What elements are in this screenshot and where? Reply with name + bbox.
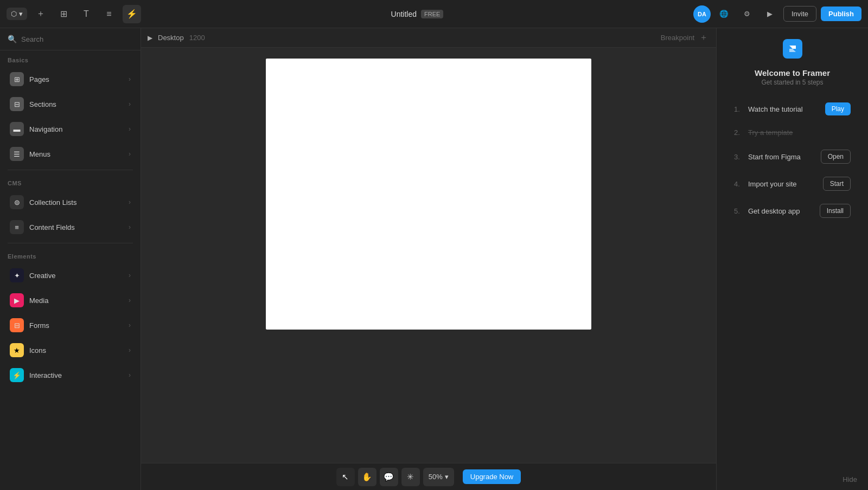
search-input[interactable] xyxy=(21,35,133,43)
step-3-label: Start from Figma xyxy=(748,153,815,161)
menus-label: Menus xyxy=(29,150,50,158)
main-content: 🔍 Basics ⊞ Pages › ⊟ Sections › ▬ Naviga… xyxy=(0,28,868,490)
step-1-number: 1. xyxy=(734,105,743,113)
sidebar-item-navigation[interactable]: ▬ Navigation › xyxy=(2,117,138,141)
topbar-left: ⬡ ▾ ＋ ⊞ T ≡ ⚡ xyxy=(7,5,141,23)
add-breakpoint-button[interactable]: ＋ xyxy=(698,32,710,44)
step-3: 3. Start from Figma Open xyxy=(727,144,857,169)
sidebar-item-sections[interactable]: ⊟ Sections › xyxy=(2,92,138,116)
step-2: 2. Try a template xyxy=(727,123,857,142)
hide-button[interactable]: Hide xyxy=(843,475,857,483)
comment-tool-button[interactable]: 💬 xyxy=(380,468,398,486)
invite-button[interactable]: Invite xyxy=(783,6,816,22)
collection-label: Collection Lists xyxy=(29,198,76,207)
icons-label: Icons xyxy=(29,346,46,354)
step-1-label: Watch the tutorial xyxy=(748,105,820,113)
creative-chevron: › xyxy=(129,272,131,279)
right-panel: Welcome to Framer Get started in 5 steps… xyxy=(716,28,868,490)
canvas-play-icon: ▶ xyxy=(148,34,152,42)
canvas-label: Desktop xyxy=(158,34,184,42)
lightning-button[interactable]: ⚡ xyxy=(123,5,141,23)
media-chevron: › xyxy=(129,296,131,304)
step-3-button[interactable]: Open xyxy=(821,150,851,164)
canvas-frame xyxy=(266,59,591,330)
step-2-number: 2. xyxy=(734,128,743,137)
sidebar-item-menus[interactable]: ☰ Menus › xyxy=(2,142,138,166)
media-icon: ▶ xyxy=(10,293,24,307)
stack-button[interactable]: ≡ xyxy=(100,5,118,23)
avatar[interactable]: DA xyxy=(693,5,711,23)
preview-button[interactable]: ▶ xyxy=(761,5,779,23)
canvas-scroll[interactable] xyxy=(141,48,716,463)
sidebar-item-icons[interactable]: ★ Icons › xyxy=(2,338,138,362)
sidebar-item-media[interactable]: ▶ Media › xyxy=(2,288,138,312)
section-label-cms: CMS xyxy=(0,173,141,190)
topbar-right: DA 🌐 ⚙ ▶ Invite Publish xyxy=(693,5,861,23)
step-5-number: 5. xyxy=(734,207,743,215)
globe-button[interactable]: 🌐 xyxy=(715,5,733,23)
section-label-basics: Basics xyxy=(0,50,141,67)
navigation-icon: ▬ xyxy=(10,122,24,136)
section-label-elements: Elements xyxy=(0,247,141,263)
media-label: Media xyxy=(29,296,48,305)
step-5: 5. Get desktop app Install xyxy=(727,198,857,223)
zoom-value: 50% xyxy=(429,473,443,481)
add-element-button[interactable]: ＋ xyxy=(31,5,50,23)
bottom-toolbar: ↖ ✋ 💬 ✳ 50% ▾ Upgrade Now xyxy=(141,463,716,490)
step-1-button[interactable]: Play xyxy=(825,102,851,115)
select-tool-button[interactable]: ↖ xyxy=(336,468,355,486)
step-5-label: Get desktop app xyxy=(748,207,814,215)
topbar-center: Untitled FREE xyxy=(391,10,444,18)
breakpoint-label: Breakpoint xyxy=(661,34,694,42)
pages-icon: ⊞ xyxy=(10,72,24,86)
layout-button[interactable]: ⊞ xyxy=(54,5,73,23)
canvas-area: ▶ Desktop 1200 Breakpoint ＋ ↖ ✋ 💬 ✳ 50% … xyxy=(141,28,716,490)
forms-chevron: › xyxy=(129,321,131,329)
creative-icon: ✦ xyxy=(10,268,24,282)
pages-label: Pages xyxy=(29,75,49,83)
content-chevron: › xyxy=(129,223,131,231)
zoom-chevron: ▾ xyxy=(445,473,449,481)
creative-label: Creative xyxy=(29,272,55,280)
light-tool-button[interactable]: ✳ xyxy=(401,468,420,486)
plan-badge: FREE xyxy=(421,10,443,18)
panel-title: Welcome to Framer Get started in 5 steps xyxy=(717,64,868,88)
menus-icon: ☰ xyxy=(10,147,24,161)
panel-header xyxy=(717,28,868,64)
icons-icon: ★ xyxy=(10,343,24,357)
zoom-button[interactable]: 50% ▾ xyxy=(423,468,454,486)
upgrade-button[interactable]: Upgrade Now xyxy=(463,469,521,484)
hand-tool-button[interactable]: ✋ xyxy=(358,468,376,486)
collection-icon: ⊚ xyxy=(10,195,24,209)
pages-chevron: › xyxy=(129,75,131,83)
framer-logo-icon xyxy=(783,39,802,59)
framer-logo-small: ⬡ xyxy=(11,10,17,18)
navigation-label: Navigation xyxy=(29,125,62,133)
sidebar-item-interactive[interactable]: ⚡ Interactive › xyxy=(2,363,138,387)
canvas-size: 1200 xyxy=(189,34,205,42)
sidebar-item-pages[interactable]: ⊞ Pages › xyxy=(2,67,138,91)
settings-button[interactable]: ⚙ xyxy=(738,5,756,23)
text-button[interactable]: T xyxy=(77,5,95,23)
divider-1 xyxy=(8,170,133,170)
sidebar-item-forms[interactable]: ⊟ Forms › xyxy=(2,313,138,337)
sidebar-item-content-fields[interactable]: ≡ Content Fields › xyxy=(2,215,138,239)
panel-steps: 1. Watch the tutorial Play 2. Try a temp… xyxy=(717,88,868,232)
navigation-chevron: › xyxy=(129,125,131,133)
step-4-button[interactable]: Start xyxy=(823,177,851,191)
dropdown-arrow: ▾ xyxy=(19,10,23,18)
breakpoint-area: Breakpoint ＋ xyxy=(661,32,710,44)
step-5-button[interactable]: Install xyxy=(820,204,851,218)
content-label: Content Fields xyxy=(29,223,75,231)
menus-chevron: › xyxy=(129,150,131,158)
interactive-chevron: › xyxy=(129,371,131,379)
publish-button[interactable]: Publish xyxy=(821,7,861,21)
sidebar-item-collection-lists[interactable]: ⊚ Collection Lists › xyxy=(2,190,138,214)
sections-chevron: › xyxy=(129,100,131,108)
icons-chevron: › xyxy=(129,346,131,354)
project-menu-button[interactable]: ⬡ ▾ xyxy=(7,8,27,20)
sidebar-item-creative[interactable]: ✦ Creative › xyxy=(2,263,138,287)
search-bar: 🔍 xyxy=(0,28,141,50)
topbar: ⬡ ▾ ＋ ⊞ T ≡ ⚡ Untitled FREE DA 🌐 ⚙ ▶ Inv… xyxy=(0,0,868,28)
step-1: 1. Watch the tutorial Play xyxy=(727,97,857,121)
